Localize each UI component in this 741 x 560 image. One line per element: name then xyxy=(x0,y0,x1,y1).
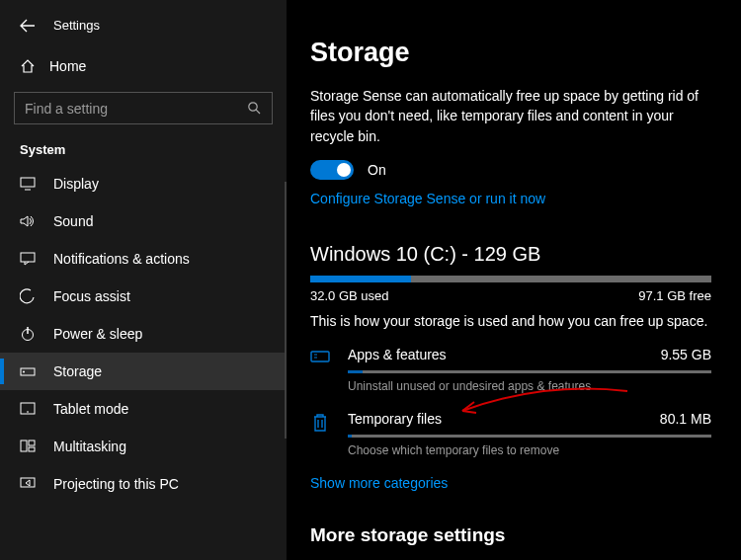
sidebar: Settings Home System Display Sound Notif… xyxy=(0,0,287,560)
svg-rect-14 xyxy=(21,478,35,487)
category-size: 80.1 MB xyxy=(660,411,711,427)
svg-rect-4 xyxy=(21,253,35,262)
svg-rect-15 xyxy=(311,352,329,361)
focus-assist-icon xyxy=(20,288,36,304)
svg-rect-12 xyxy=(29,440,35,445)
category-size: 9.55 GB xyxy=(661,347,711,362)
storage-sense-toggle-row: On xyxy=(310,160,711,180)
drive-title: Windows 10 (C:) - 129 GB xyxy=(310,243,711,266)
nav-item-sound[interactable]: Sound xyxy=(0,202,287,240)
nav-item-multitask[interactable]: Multitasking xyxy=(0,428,287,465)
configure-storage-sense-link[interactable]: Configure Storage Sense or run it now xyxy=(310,191,545,206)
nav-label: Storage xyxy=(53,363,102,379)
home-icon xyxy=(20,58,36,74)
sound-icon xyxy=(20,214,36,228)
sidebar-header: Settings xyxy=(0,18,287,33)
nav-item-storage[interactable]: Storage xyxy=(0,353,287,390)
category-temporary-files[interactable]: Temporary files 80.1 MB Choose which tem… xyxy=(310,411,711,457)
category-subtext: Uninstall unused or undesired apps & fea… xyxy=(348,379,711,393)
category-body: Temporary files 80.1 MB Choose which tem… xyxy=(348,411,711,457)
apps-icon xyxy=(310,347,330,364)
nav-item-tablet[interactable]: Tablet mode xyxy=(0,390,287,428)
nav-label: Notifications & actions xyxy=(53,251,190,267)
section-system: System xyxy=(0,142,287,165)
nav-label: Focus assist xyxy=(53,288,130,304)
main-content: Storage Storage Sense can automatically … xyxy=(287,0,741,560)
svg-point-0 xyxy=(249,103,257,111)
usage-description: This is how your storage is used and how… xyxy=(310,313,711,329)
nav-list: Display Sound Notifications & actions Fo… xyxy=(0,165,287,503)
storage-icon xyxy=(20,364,36,378)
nav-item-notifications[interactable]: Notifications & actions xyxy=(0,240,287,278)
back-arrow-icon[interactable] xyxy=(20,19,36,33)
storage-sense-toggle[interactable] xyxy=(310,160,354,180)
more-storage-settings-heading: More storage settings xyxy=(310,524,711,546)
power-icon xyxy=(20,326,36,342)
category-header: Temporary files 80.1 MB xyxy=(348,411,711,427)
settings-title: Settings xyxy=(53,18,100,33)
used-label: 32.0 GB used xyxy=(310,288,389,303)
drive-usage-bar xyxy=(310,276,711,282)
category-subtext: Choose which temporary files to remove xyxy=(348,443,711,457)
projecting-icon xyxy=(20,477,36,491)
svg-rect-11 xyxy=(21,440,27,451)
svg-rect-2 xyxy=(21,178,35,187)
home-link[interactable]: Home xyxy=(0,48,287,84)
category-bar xyxy=(348,370,711,373)
toggle-state-label: On xyxy=(368,162,386,178)
trash-icon xyxy=(310,411,330,433)
nav-item-focus[interactable]: Focus assist xyxy=(0,278,287,315)
category-body: Apps & features 9.55 GB Uninstall unused… xyxy=(348,347,711,393)
home-label: Home xyxy=(49,58,86,74)
nav-label: Power & sleep xyxy=(53,326,142,342)
multitasking-icon xyxy=(20,440,36,453)
category-bar xyxy=(348,435,711,438)
nav-label: Projecting to this PC xyxy=(53,476,179,492)
display-icon xyxy=(20,177,36,191)
free-label: 97.1 GB free xyxy=(638,288,711,303)
search-icon xyxy=(247,101,262,116)
nav-item-display[interactable]: Display xyxy=(0,165,287,202)
category-header: Apps & features 9.55 GB xyxy=(348,347,711,362)
nav-item-power[interactable]: Power & sleep xyxy=(0,315,287,353)
nav-item-projecting[interactable]: Projecting to this PC xyxy=(0,465,287,503)
drive-usage-fill xyxy=(310,276,411,282)
storage-sense-description: Storage Sense can automatically free up … xyxy=(310,86,711,146)
nav-label: Multitasking xyxy=(53,439,126,454)
category-bar-fill xyxy=(348,435,352,438)
show-more-categories-link[interactable]: Show more categories xyxy=(310,475,711,491)
nav-label: Tablet mode xyxy=(53,401,128,417)
search-input[interactable] xyxy=(25,101,247,117)
drive-usage-details: 32.0 GB used 97.1 GB free xyxy=(310,288,711,303)
search-box[interactable] xyxy=(14,92,273,124)
svg-line-1 xyxy=(256,110,260,114)
page-title: Storage xyxy=(310,38,711,68)
tablet-icon xyxy=(20,402,36,416)
category-name: Apps & features xyxy=(348,347,447,362)
svg-point-8 xyxy=(23,371,25,373)
nav-label: Sound xyxy=(53,213,93,229)
notifications-icon xyxy=(20,252,36,266)
category-name: Temporary files xyxy=(348,411,442,427)
category-apps-features[interactable]: Apps & features 9.55 GB Uninstall unused… xyxy=(310,347,711,393)
category-bar-fill xyxy=(348,370,363,373)
svg-rect-13 xyxy=(29,447,35,451)
nav-label: Display xyxy=(53,176,99,192)
